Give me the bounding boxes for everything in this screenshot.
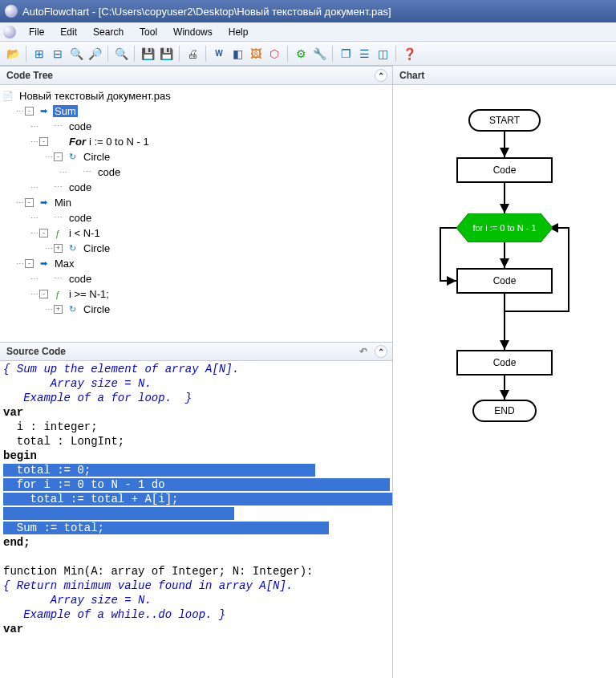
fc-decision[interactable]: for i := 0 to N - 1: [456, 213, 553, 242]
tree-label: Circle: [82, 242, 111, 254]
source-line[interactable]: Example of a while..do loop. }: [3, 608, 389, 623]
tree-node[interactable]: ⋯⋯code: [2, 210, 391, 225]
code-icon: ⋯: [51, 121, 64, 132]
source-line[interactable]: [3, 507, 389, 522]
undo-icon[interactable]: ↶: [357, 345, 370, 358]
tools-icon[interactable]: 🔧: [311, 46, 327, 62]
open-icon[interactable]: 📂: [5, 46, 21, 62]
source-line[interactable]: begin: [3, 449, 389, 464]
tree-node[interactable]: ⋯⋯code: [2, 119, 391, 134]
source-line[interactable]: Array size = N.: [3, 594, 389, 608]
tree-toggle-icon[interactable]: -: [25, 107, 34, 116]
zoom-in-icon[interactable]: 🔍: [68, 46, 84, 62]
source-line[interactable]: function Min(A: array of Integer; N: Int…: [3, 565, 389, 579]
visio-icon[interactable]: ◧: [229, 46, 245, 62]
source-code-panel[interactable]: { Sum up the element of array A[N]. Arra…: [0, 361, 392, 678]
tree-label: i := 0 to N - 1: [87, 136, 151, 148]
fc-start[interactable]: START: [468, 109, 541, 132]
tree-toggle-icon[interactable]: -: [39, 229, 48, 238]
image-icon[interactable]: 🖼: [248, 46, 264, 62]
separator: [134, 46, 135, 62]
tree-node[interactable]: ⋯+↻Circle: [2, 241, 391, 256]
source-line[interactable]: i : integer;: [3, 420, 389, 435]
tree-node[interactable]: ⋯-For i := 0 to N - 1: [2, 134, 391, 149]
tree-node[interactable]: ⋯-➡Max: [2, 256, 391, 271]
tree-node[interactable]: ⋯-ƒi < N-1: [2, 225, 391, 241]
source-line[interactable]: Sum := total;: [3, 522, 389, 536]
tree-node[interactable]: ⋯-↻Circle: [2, 149, 391, 164]
arrow-icon: ➡: [37, 197, 50, 209]
tree-toggle-icon[interactable]: -: [25, 259, 34, 268]
tree-node[interactable]: ⋯⋯code: [2, 164, 391, 180]
source-line[interactable]: total := 0;: [3, 464, 389, 478]
source-line[interactable]: total : LongInt;: [3, 435, 389, 449]
source-line[interactable]: [3, 550, 389, 565]
code-tree-panel[interactable]: 📄Новый текстовый документ.pas⋯-➡Sum⋯⋯cod…: [0, 85, 392, 342]
collapse-icon[interactable]: ⊟: [50, 46, 66, 62]
tree-node[interactable]: ⋯⋯code: [2, 271, 391, 286]
menu-search[interactable]: Search: [85, 24, 132, 40]
source-line[interactable]: { Return minimum value found in array A[…: [3, 579, 389, 594]
menubar: File Edit Search Tool Windows Help: [0, 22, 616, 42]
arrow-icon: ➡: [37, 258, 50, 270]
menu-windows[interactable]: Windows: [165, 24, 221, 40]
tree-node[interactable]: ⋯+↻Circle: [2, 302, 391, 317]
source-line[interactable]: var: [3, 623, 389, 637]
func-icon: ƒ: [51, 289, 64, 300]
tree-toggle-icon[interactable]: +: [54, 244, 63, 253]
code-icon: ⋯: [51, 213, 64, 224]
code-tree-title: Code Tree: [6, 70, 53, 81]
toolbar: 📂 ⊞ ⊟ 🔍 🔎 🔍 💾 💾 🖨 W ◧ 🖼 ⬡ ⚙ 🔧 ❐ ☰ ◫ ❓: [0, 42, 616, 66]
tree-toggle-icon[interactable]: +: [54, 305, 63, 314]
zoom-out-icon[interactable]: 🔎: [87, 46, 103, 62]
source-line[interactable]: var: [3, 406, 389, 420]
titlebar: AutoFlowchart - [C:\Users\copyuser2\Desk…: [0, 0, 616, 22]
tree-toggle-icon[interactable]: -: [39, 290, 48, 298]
menu-tool[interactable]: Tool: [132, 24, 165, 40]
tree-node[interactable]: ⋯-➡Min: [2, 195, 391, 210]
fc-code1[interactable]: Code: [456, 157, 553, 183]
code-icon: ⋯: [80, 167, 93, 178]
layout-icon[interactable]: ◫: [375, 46, 391, 62]
tree-node[interactable]: ⋯-➡Sum: [2, 104, 391, 119]
fc-code2[interactable]: Code: [456, 268, 553, 294]
source-line[interactable]: { Sum up the element of array A[N].: [3, 363, 389, 377]
menu-file[interactable]: File: [21, 24, 52, 40]
source-line[interactable]: Example of a for loop. }: [3, 392, 389, 406]
word-icon[interactable]: W: [211, 46, 227, 62]
source-line[interactable]: total := total + A[i];: [3, 493, 389, 507]
tree-toggle-icon[interactable]: -: [54, 152, 63, 161]
save-icon[interactable]: 💾: [140, 46, 156, 62]
source-line[interactable]: end;: [3, 536, 389, 550]
window-title: AutoFlowchart - [C:\Users\copyuser2\Desk…: [22, 6, 391, 18]
fc-code3[interactable]: Code: [456, 350, 553, 376]
chart-title: Chart: [399, 70, 424, 81]
tree-node[interactable]: ⋯⋯code: [2, 180, 391, 195]
source-line[interactable]: Array size = N.: [3, 377, 389, 392]
save-all-icon[interactable]: 💾: [158, 46, 174, 62]
svg-icon[interactable]: ⬡: [266, 46, 282, 62]
tree-label: i < N-1: [67, 227, 102, 239]
tree-node[interactable]: 📄Новый текстовый документ.pas: [2, 88, 391, 104]
tree-node[interactable]: ⋯-ƒi >= N-1;: [2, 286, 391, 302]
chart-panel[interactable]: START Code for i := 0 to N - 1 Code Code…: [393, 85, 616, 678]
help-icon[interactable]: ❓: [401, 46, 417, 62]
tree-toggle-icon[interactable]: -: [25, 198, 34, 207]
menu-edit[interactable]: Edit: [52, 24, 85, 40]
tile-icon[interactable]: ☰: [356, 46, 372, 62]
fc-end[interactable]: END: [472, 400, 537, 422]
separator: [205, 46, 206, 62]
separator: [332, 46, 333, 62]
tree-toggle-icon[interactable]: -: [39, 137, 48, 146]
cascade-icon[interactable]: ❐: [338, 46, 354, 62]
find-icon[interactable]: 🔍: [113, 46, 129, 62]
settings-icon[interactable]: ⚙: [293, 46, 309, 62]
source-line[interactable]: for i := 0 to N - 1 do: [3, 478, 389, 493]
menu-help[interactable]: Help: [221, 24, 257, 40]
expand-icon[interactable]: ⊞: [31, 46, 47, 62]
collapse-source-icon[interactable]: ⌃: [375, 345, 387, 358]
collapse-tree-icon[interactable]: ⌃: [375, 69, 387, 82]
print-icon[interactable]: 🖨: [184, 46, 201, 62]
source-code-header: Source Code ↶ ⌃: [0, 342, 392, 361]
file-icon: 📄: [2, 91, 14, 102]
